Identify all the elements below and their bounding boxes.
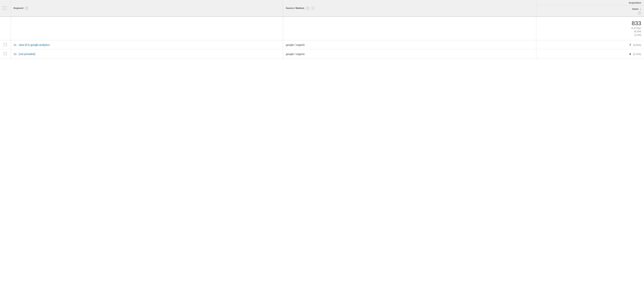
users-label: Users	[632, 8, 638, 10]
row-12-users-percent: (0.72%)	[633, 53, 641, 55]
row-11-keyword-link[interactable]: view id in google analytics	[19, 43, 50, 46]
row-12-keyword-cell: 12. (not provided)	[11, 49, 283, 58]
row-12-users-cell: 6 (0.72%)	[536, 49, 644, 58]
row-11-source-text: google / organic	[286, 43, 305, 46]
table-row: 12. (not provided) google / organic 6 (0…	[0, 49, 644, 58]
row-11-users-cell: 7 (0.84%)	[536, 40, 644, 49]
totals-keyword-cell	[11, 17, 283, 40]
row-12-source-text: google / organic	[286, 52, 305, 55]
totals-users-cell: 833 % of Total: 26.16% (3,184)	[536, 17, 644, 40]
row-11-number: 11.	[14, 43, 17, 46]
row-11-keyword-cell: 11. view id in google analytics	[11, 40, 283, 49]
totals-checkbox-cell	[0, 17, 11, 40]
keyword-column-header: Keyword ?	[11, 0, 283, 17]
row-12-source-cell: google / organic	[283, 49, 536, 58]
row-11-users-count: 7	[630, 43, 631, 46]
keyword-label: Keyword	[14, 7, 24, 9]
totals-row: 833 % of Total: 26.16% (3,184)	[0, 17, 644, 40]
table-row: 11. view id in google analytics google /…	[0, 40, 644, 49]
totals-percent-label: % of Total: 26.16% (3,184)	[539, 26, 641, 37]
row-12-keyword-link[interactable]: (not provided)	[19, 52, 35, 55]
row-11-checkbox-cell	[0, 40, 11, 49]
users-help-icon[interactable]: ?	[638, 11, 641, 15]
source-medium-label: Source / Medium	[286, 7, 304, 9]
source-medium-close-icon[interactable]: ✕	[311, 6, 315, 10]
keyword-help-icon[interactable]: ?	[25, 7, 28, 10]
row-12-number: 12.	[14, 53, 17, 55]
select-all-header	[0, 0, 11, 17]
select-all-checkbox[interactable]	[3, 6, 6, 9]
acquisition-label: Acquisition	[628, 1, 641, 4]
row-11-source-cell: google / organic	[283, 40, 536, 49]
source-medium-help-icon[interactable]: ?	[306, 7, 309, 10]
users-column-header: Users ↓ ?	[536, 5, 644, 17]
totals-source-cell	[283, 17, 536, 40]
row-11-users-percent: (0.84%)	[633, 44, 641, 46]
row-12-users-count: 6	[630, 52, 631, 55]
source-medium-column-header: Source / Medium ? ✕	[283, 0, 536, 17]
row-12-checkbox[interactable]	[4, 52, 7, 55]
row-12-checkbox-cell	[0, 49, 11, 58]
row-11-checkbox[interactable]	[4, 43, 7, 46]
acquisition-header: Acquisition	[536, 0, 644, 5]
totals-users-count: 833	[539, 20, 641, 26]
users-sort-arrow[interactable]: ↓	[640, 7, 641, 11]
